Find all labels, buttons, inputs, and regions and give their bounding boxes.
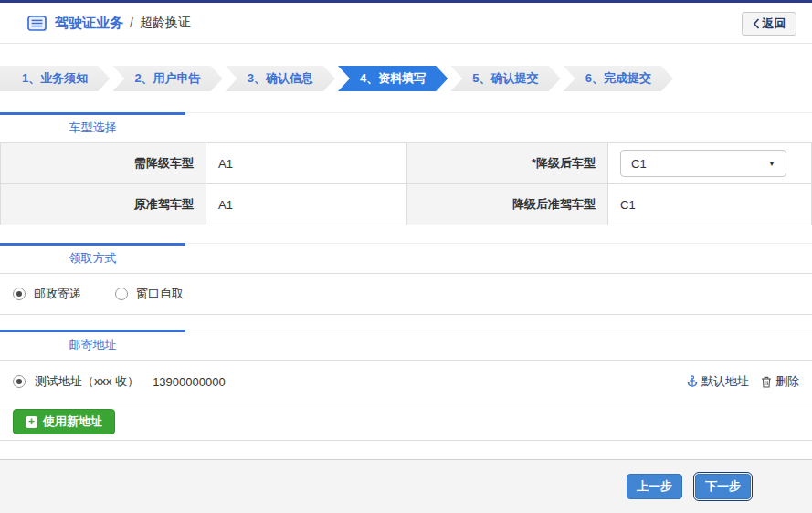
address-actions: 默认地址 删除 (687, 373, 799, 390)
back-button[interactable]: 返回 (742, 12, 796, 36)
step-3-confirm-info[interactable]: 3、确认信息 (226, 66, 335, 91)
new-address-row: + 使用新地址 (0, 403, 812, 441)
field-value-original-class: A1 (206, 184, 407, 225)
dropdown-arrow-icon: ▼ (768, 160, 775, 168)
pickup-section-header: 领取方式 (0, 243, 812, 274)
delete-address-link[interactable]: 删除 (761, 373, 799, 390)
field-label-downgraded-class: 降级后准驾车型 (407, 184, 608, 225)
menu-list-icon (27, 16, 47, 31)
default-address-label: 默认地址 (701, 373, 749, 390)
address-phone: 13900000000 (153, 375, 226, 389)
section-title: 领取方式 (0, 250, 185, 267)
section-title: 邮寄地址 (0, 337, 185, 353)
vehicle-type-section: 车型选择 需降级车型 A1 *降级后车型 C1 ▼ 原准驾车型 A1 降级后准驾… (0, 112, 812, 225)
pickup-option-label: 邮政寄递 (34, 286, 81, 302)
address-list-item: 测试地址（xxx 收） 13900000000 默认地址 (0, 361, 812, 403)
breadcrumb-separator: / (130, 16, 133, 30)
step-6-complete-submit[interactable]: 6、完成提交 (564, 66, 673, 91)
field-label-original-class: 原准驾车型 (1, 184, 206, 225)
anchor-icon (687, 375, 698, 388)
page-title: 驾驶证业务 (55, 15, 123, 32)
after-downgrade-select[interactable]: C1 ▼ (620, 150, 786, 177)
previous-step-button[interactable]: 上一步 (627, 474, 682, 499)
pickup-method-section: 领取方式 邮政寄递 窗口自取 (0, 243, 812, 315)
section-title: 车型选择 (0, 120, 185, 136)
chevron-left-icon (753, 18, 760, 29)
step-4-fill-data[interactable]: 4、资料填写 (338, 66, 448, 91)
default-address-link[interactable]: 默认地址 (687, 373, 749, 390)
breadcrumb-current: 超龄换证 (140, 15, 191, 31)
select-value: C1 (631, 157, 647, 171)
field-value-downgraded-class: C1 (608, 184, 812, 225)
field-label-downgrade-needed: 需降级车型 (1, 143, 206, 184)
field-value-downgrade-needed: A1 (206, 143, 407, 184)
step-wizard: 1、业务须知 2、用户申告 3、确认信息 4、资料填写 5、确认提交 6、完成提… (0, 66, 673, 91)
address-section-header: 邮寄地址 (0, 330, 812, 361)
pickup-option-label: 窗口自取 (136, 286, 184, 302)
vehicle-section-header: 车型选择 (0, 112, 812, 142)
step-1-business-notice[interactable]: 1、业务须知 (0, 66, 110, 91)
vehicle-type-table: 需降级车型 A1 *降级后车型 C1 ▼ 原准驾车型 A1 降级后准驾车型 C1 (0, 142, 812, 225)
page-header: 驾驶证业务 / 超龄换证 返回 (0, 3, 812, 44)
trash-icon (761, 376, 772, 388)
pickup-option-window[interactable]: 窗口自取 (115, 286, 184, 302)
step-2-user-declaration[interactable]: 2、用户申告 (112, 66, 222, 91)
field-label-after-downgrade: *降级后车型 (407, 143, 608, 184)
use-new-address-label: 使用新地址 (43, 414, 102, 430)
pickup-option-postal[interactable]: 邮政寄递 (13, 286, 81, 302)
plus-icon: + (26, 416, 37, 428)
radio-postal-delivery[interactable] (13, 288, 26, 300)
next-step-button[interactable]: 下一步 (695, 474, 751, 499)
mailing-address-section: 邮寄地址 测试地址（xxx 收） 13900000000 默认地址 (0, 330, 812, 441)
wizard-footer: 上一步 下一步 (0, 459, 812, 513)
field-cell-after-downgrade: C1 ▼ (608, 143, 812, 184)
step-5-confirm-submit[interactable]: 5、确认提交 (450, 66, 560, 91)
use-new-address-button[interactable]: + 使用新地址 (13, 409, 115, 434)
address-name: 测试地址（xxx 收） (35, 373, 139, 390)
pickup-options-row: 邮政寄递 窗口自取 (0, 274, 812, 315)
radio-address-selected[interactable] (13, 375, 26, 388)
delete-address-label: 删除 (775, 373, 799, 390)
back-button-label: 返回 (763, 16, 786, 32)
radio-window-pickup[interactable] (115, 288, 128, 300)
